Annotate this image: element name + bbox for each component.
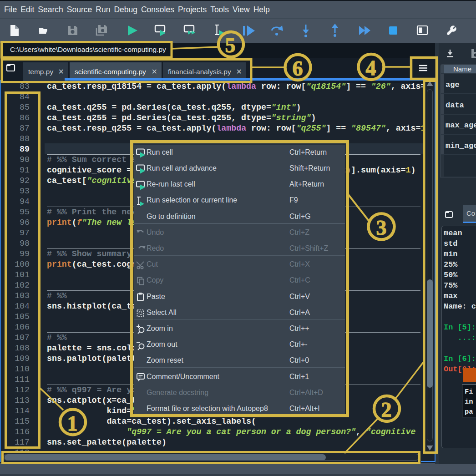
svg-text:5: 5 <box>225 34 236 57</box>
svg-text:3: 3 <box>376 216 387 239</box>
svg-text:2: 2 <box>381 398 392 421</box>
svg-text:6: 6 <box>293 57 303 80</box>
svg-text:1: 1 <box>67 412 78 435</box>
svg-text:4: 4 <box>366 56 376 80</box>
